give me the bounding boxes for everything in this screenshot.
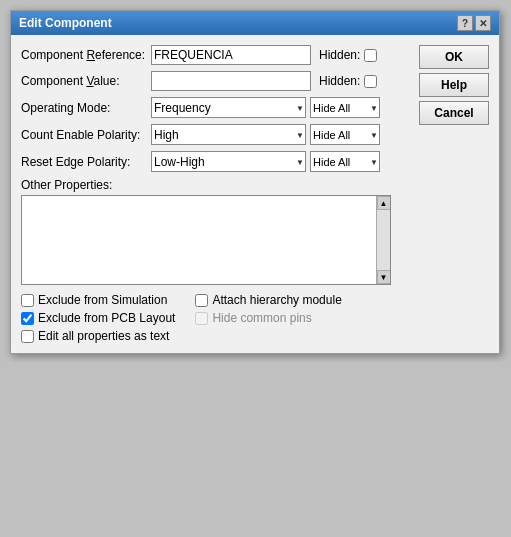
scroll-up-btn[interactable]: ▲ [377,196,391,210]
component-reference-label: Component Reference: [21,48,151,62]
count-enable-row: Count Enable Polarity: High Hide All [21,124,411,145]
component-value-row: Component Value: Hidden: [21,71,411,91]
dialog-content: Component Reference: Hidden: Component V… [11,35,499,353]
close-titlebar-button[interactable]: ✕ [475,15,491,31]
reset-edge-hideall-select[interactable]: Hide All [310,151,380,172]
exclude-pcb-checkbox[interactable] [21,312,34,325]
count-enable-label: Count Enable Polarity: [21,128,151,142]
count-enable-hideall-wrapper: Hide All [310,124,380,145]
operating-mode-combo-wrapper: Frequency [151,97,306,118]
dialog-titlebar: Edit Component ? ✕ [11,11,499,35]
other-props-textarea[interactable]: ▲ ▼ [21,195,391,285]
help-titlebar-button[interactable]: ? [457,15,473,31]
operating-mode-hideall-wrapper: Hide All [310,97,380,118]
count-enable-hideall-select[interactable]: Hide All [310,124,380,145]
reset-edge-combo-wrapper: Low-High [151,151,306,172]
hidden-checkbox-val[interactable] [364,75,377,88]
count-enable-select[interactable]: High [151,124,306,145]
attach-hierarchy-item: Attach hierarchy module [195,293,341,307]
operating-mode-select[interactable]: Frequency [151,97,306,118]
checkbox-col-right: Attach hierarchy module Hide common pins [195,293,341,343]
checkbox-col-left: Exclude from Simulation Exclude from PCB… [21,293,175,343]
checkboxes-area: Exclude from Simulation Exclude from PCB… [21,293,411,343]
attach-hierarchy-checkbox[interactable] [195,294,208,307]
edit-component-dialog: Edit Component ? ✕ Component Reference: … [10,10,500,354]
help-button[interactable]: Help [419,73,489,97]
exclude-pcb-item: Exclude from PCB Layout [21,311,175,325]
button-column: OK Help Cancel [419,45,489,343]
cancel-button[interactable]: Cancel [419,101,489,125]
attach-hierarchy-label: Attach hierarchy module [212,293,341,307]
hide-common-pins-label: Hide common pins [212,311,311,325]
component-value-label: Component Value: [21,74,151,88]
hidden-label-val: Hidden: [319,74,360,88]
ok-button[interactable]: OK [419,45,489,69]
component-value-input[interactable] [151,71,311,91]
hidden-checkbox-ref[interactable] [364,49,377,62]
reset-edge-select[interactable]: Low-High [151,151,306,172]
circuit-area: VCC F_OUT [0,362,511,537]
exclude-simulation-checkbox[interactable] [21,294,34,307]
hide-common-pins-item: Hide common pins [195,311,341,325]
component-reference-input[interactable] [151,45,311,65]
dialog-title: Edit Component [19,16,112,30]
edit-all-label: Edit all properties as text [38,329,169,343]
component-reference-row: Component Reference: Hidden: [21,45,411,65]
form-area: Component Reference: Hidden: Component V… [21,45,411,343]
reset-edge-row: Reset Edge Polarity: Low-High Hide All [21,151,411,172]
hide-common-pins-checkbox [195,312,208,325]
other-props-scrollbar[interactable]: ▲ ▼ [376,196,390,284]
scroll-down-btn[interactable]: ▼ [377,270,391,284]
other-props-label: Other Properties: [21,178,411,192]
hidden-label-ref: Hidden: [319,48,360,62]
reset-edge-label: Reset Edge Polarity: [21,155,151,169]
exclude-simulation-label: Exclude from Simulation [38,293,167,307]
exclude-pcb-label: Exclude from PCB Layout [38,311,175,325]
titlebar-buttons: ? ✕ [457,15,491,31]
edit-all-item: Edit all properties as text [21,329,175,343]
operating-mode-row: Operating Mode: Frequency Hide All [21,97,411,118]
exclude-simulation-item: Exclude from Simulation [21,293,175,307]
reset-edge-hideall-wrapper: Hide All [310,151,380,172]
count-enable-combo-wrapper: High [151,124,306,145]
edit-all-checkbox[interactable] [21,330,34,343]
operating-mode-hideall-select[interactable]: Hide All [310,97,380,118]
operating-mode-label: Operating Mode: [21,101,151,115]
